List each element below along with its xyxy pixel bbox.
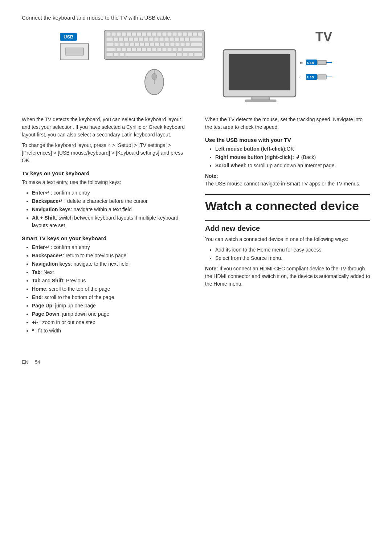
svg-rect-49 <box>170 42 175 46</box>
svg-rect-50 <box>175 42 180 46</box>
svg-rect-1 <box>106 32 111 36</box>
svg-rect-58 <box>132 48 136 51</box>
svg-rect-42 <box>135 42 139 46</box>
svg-rect-6 <box>132 32 136 36</box>
svg-rect-76 <box>194 53 202 56</box>
left-column: When the TV detects the keyboard, you ca… <box>22 116 187 338</box>
tv-keys-intro: To make a text entry, use the following … <box>22 179 187 186</box>
svg-rect-92 <box>318 75 326 79</box>
smart-tv-keys-heading: Smart TV keys on your keyboard <box>22 235 187 241</box>
svg-rect-24 <box>129 37 133 41</box>
svg-rect-10 <box>152 32 156 36</box>
svg-rect-46 <box>155 42 159 46</box>
svg-rect-26 <box>139 37 143 41</box>
list-item: Left mouse button (left-click):OK <box>215 145 370 153</box>
svg-rect-66 <box>172 48 177 51</box>
keyboard-detect-text: When the TV detects the keyboard, you ca… <box>22 116 187 139</box>
list-item: Navigation keys: navigate to the next fi… <box>32 260 187 268</box>
svg-rect-34 <box>180 37 184 41</box>
svg-rect-41 <box>130 42 134 46</box>
svg-text:USB: USB <box>307 75 314 79</box>
svg-rect-51 <box>180 42 185 46</box>
footer-lang: EN <box>22 359 28 365</box>
svg-rect-48 <box>165 42 170 46</box>
list-item: Backspace↵ : delete a character before t… <box>32 197 187 205</box>
svg-rect-83 <box>245 100 276 102</box>
svg-rect-8 <box>142 32 146 36</box>
page-footer: EN 54 <box>22 359 370 365</box>
svg-rect-23 <box>124 37 128 41</box>
svg-rect-9 <box>147 32 151 36</box>
svg-rect-13 <box>167 32 172 36</box>
svg-rect-35 <box>185 37 189 41</box>
svg-rect-53 <box>191 42 202 46</box>
svg-rect-18 <box>193 32 197 36</box>
svg-rect-12 <box>162 32 167 36</box>
svg-rect-57 <box>127 48 131 51</box>
svg-rect-73 <box>177 53 182 56</box>
list-item: Page Down: jump down one page <box>32 310 187 318</box>
svg-rect-64 <box>162 48 167 51</box>
svg-rect-7 <box>137 32 141 36</box>
svg-rect-63 <box>157 48 162 51</box>
watch-device-divider <box>205 194 370 195</box>
list-item: Page Up: jump up one page <box>32 302 187 310</box>
diagram-area: USB <box>22 29 370 104</box>
svg-rect-30 <box>159 37 164 41</box>
list-item: Backspace↵: return to the previous page <box>32 252 187 259</box>
usb-plug-left: USB <box>60 33 89 60</box>
svg-rect-3 <box>117 32 121 36</box>
tv-illustration: ⇐ USB ⇐ USB <box>220 46 332 104</box>
svg-rect-14 <box>172 32 177 36</box>
tv-diagram: TV ⇐ USB ⇐ USB <box>220 29 332 104</box>
add-device-divider <box>205 220 370 221</box>
svg-rect-36 <box>190 37 202 41</box>
svg-rect-68 <box>183 48 202 51</box>
svg-text:⇐: ⇐ <box>299 75 303 79</box>
svg-rect-52 <box>185 42 190 46</box>
add-new-device-heading: Add new device <box>205 224 370 233</box>
svg-rect-32 <box>170 37 174 41</box>
svg-text:USB: USB <box>307 61 314 65</box>
svg-rect-16 <box>183 32 187 36</box>
right-column: When the TV detects the mouse, set the t… <box>205 116 370 338</box>
svg-rect-59 <box>137 48 141 51</box>
list-item: Alt + Shift: switch between keyboard lay… <box>32 214 187 229</box>
svg-rect-21 <box>114 37 118 41</box>
list-item: Navigation keys: navigate within a text … <box>32 206 187 213</box>
svg-rect-22 <box>119 37 123 41</box>
list-item: Tab: Next <box>32 269 187 276</box>
usb-mouse-list: Left mouse button (left-click):OK Right … <box>205 145 370 169</box>
add-device-intro: You can watch a connected device in one … <box>205 236 370 243</box>
svg-rect-28 <box>149 37 154 41</box>
svg-rect-43 <box>140 42 144 46</box>
svg-rect-15 <box>177 32 182 36</box>
usb-label: USB <box>60 33 77 41</box>
hdmi-note: Note: If you connect an HDMI-CEC complia… <box>205 265 370 288</box>
svg-rect-25 <box>134 37 138 41</box>
svg-rect-62 <box>152 48 156 51</box>
svg-rect-37 <box>106 42 114 46</box>
svg-rect-55 <box>117 48 121 51</box>
watch-device-title: Watch a connected device <box>205 199 370 213</box>
list-item: Add its icon to the Home menu for easy a… <box>215 246 370 254</box>
list-item: * : fit to width <box>32 327 187 335</box>
change-layout-text: To change the keyboard layout, press ⌂ >… <box>22 142 187 164</box>
list-item: Scroll wheel: to scroll up and down an I… <box>215 162 370 169</box>
svg-rect-45 <box>150 42 154 46</box>
smart-tv-keys-list: Enter↵ : confirm an entry Backspace↵: re… <box>22 244 187 335</box>
mouse-detect-text: When the TV detects the mouse, set the t… <box>205 116 370 131</box>
list-item: Tab and Shift: Previous <box>32 277 187 285</box>
usb-mouse-heading: Use the USB mouse with your TV <box>205 137 370 143</box>
footer-page: 54 <box>35 359 40 365</box>
list-item: End: scroll to the bottom of the page <box>32 294 187 301</box>
svg-rect-71 <box>119 53 124 56</box>
svg-rect-33 <box>175 37 179 41</box>
svg-rect-75 <box>188 53 193 56</box>
main-content: When the TV detects the keyboard, you ca… <box>22 116 370 338</box>
svg-rect-29 <box>154 37 159 41</box>
svg-rect-5 <box>127 32 131 36</box>
svg-rect-70 <box>114 53 119 56</box>
list-item: Right mouse button (right-click): ↲ (Bac… <box>215 154 370 161</box>
list-item: Home: scroll to the top of the page <box>32 285 187 293</box>
